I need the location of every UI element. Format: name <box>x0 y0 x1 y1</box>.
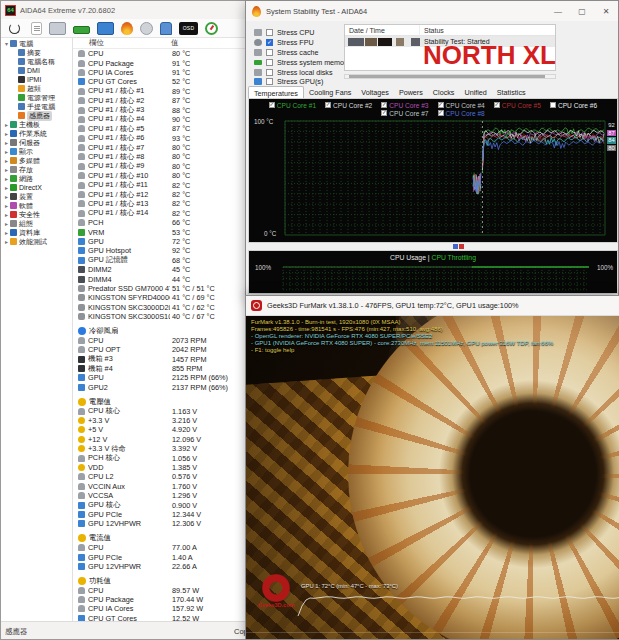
toolbar-button-icon[interactable] <box>205 22 218 35</box>
sensor-row-value: 82 °C <box>170 190 190 199</box>
col-datetime[interactable]: Date / Time <box>345 25 420 36</box>
toolbar-button-icon[interactable] <box>7 22 24 35</box>
stress-checkbox[interactable] <box>266 78 273 85</box>
tree-item[interactable]: 安全性 <box>1 210 72 219</box>
tree-item-icon <box>10 193 17 200</box>
tree-expand-icon[interactable] <box>3 193 10 200</box>
legend-checkbox[interactable] <box>438 110 444 116</box>
sst-tab[interactable]: Voltages <box>356 86 394 98</box>
sensor-row-label: GPU PCIe <box>88 510 170 519</box>
stress-checkbox[interactable] <box>266 29 273 36</box>
legend-checkbox[interactable] <box>494 102 500 108</box>
toolbar-button-icon[interactable] <box>179 22 198 35</box>
stress-checkbox[interactable] <box>266 49 273 56</box>
sst-tab[interactable]: Cooling Fans <box>304 86 356 98</box>
tree-item-icon <box>10 157 17 164</box>
tree-item[interactable]: DirectX <box>1 183 72 192</box>
sensor-row-icon <box>78 337 85 344</box>
sensor-row-icon <box>78 125 85 132</box>
tree-expand-icon[interactable] <box>3 166 10 173</box>
column-field[interactable]: 欄位 <box>73 38 171 48</box>
tree-item[interactable]: 網路 <box>1 174 72 183</box>
sensor-row-label: Predator SSD GM7000 4TB <box>88 284 170 293</box>
toolbar-button-icon[interactable] <box>121 22 133 35</box>
close-button[interactable]: ✕ <box>594 1 618 21</box>
legend-checkbox[interactable] <box>325 102 331 108</box>
tree-expand-icon[interactable] <box>3 148 10 155</box>
gpu-temp-label: GPU 1: 72°C (min: 47°C - max: 73°C) <box>301 583 398 589</box>
sensor-row-value: 68 °C <box>170 256 190 265</box>
sensor-row-value: 170.44 W <box>170 595 203 604</box>
status-table-scrollbar[interactable] <box>344 74 556 79</box>
tree-expand-icon[interactable] <box>3 211 10 218</box>
tree-item[interactable]: 效能測試 <box>1 237 72 246</box>
legend-item: CPU Core #2 <box>325 101 372 109</box>
sensor-row-icon <box>78 219 85 226</box>
legend-checkbox[interactable] <box>381 102 387 108</box>
tree-expand-icon[interactable] <box>3 175 10 182</box>
stress-checkbox[interactable] <box>266 59 273 66</box>
sensor-row-icon <box>78 266 85 273</box>
tree-item[interactable]: 多媒體 <box>1 156 72 165</box>
maximize-button[interactable]: ▢ <box>570 1 594 21</box>
sensor-row-value: 80 °C <box>170 49 190 58</box>
legend-checkbox[interactable] <box>550 102 556 108</box>
tree-expand-icon[interactable] <box>3 130 10 137</box>
value-badge: 84 <box>607 137 616 144</box>
legend-checkbox[interactable] <box>438 102 444 108</box>
sensor-row-label: CPU OPT <box>88 345 170 354</box>
tree-item-icon <box>18 112 25 119</box>
tree-expand-icon[interactable] <box>3 139 10 146</box>
sensor-row-icon <box>78 398 86 406</box>
legend-checkbox[interactable] <box>269 102 275 108</box>
stress-checkbox[interactable] <box>266 39 273 46</box>
tree-item[interactable]: 存放 <box>1 165 72 174</box>
tree-item-label: IPMI <box>27 76 41 83</box>
toolbar-button-icon[interactable] <box>97 22 114 35</box>
sst-tab[interactable]: Clocks <box>428 86 460 98</box>
stress-option: Stress cache <box>254 48 350 58</box>
sst-tab[interactable]: Temperatures <box>248 86 304 98</box>
legend-label: CPU Core #4 <box>446 102 485 109</box>
sensor-row-icon <box>78 200 85 207</box>
stress-checkbox[interactable] <box>266 69 273 76</box>
tree-item[interactable]: DMI <box>1 66 72 75</box>
tree-expand-icon[interactable] <box>3 202 10 209</box>
sensor-row-icon <box>78 511 85 518</box>
col-status[interactable]: Status <box>420 27 444 34</box>
tree-expand-icon[interactable] <box>3 229 10 236</box>
toolbar-button-icon[interactable] <box>140 22 153 35</box>
desktop: 64 AIDA64 Extreme v7.20.6802 電腦 摘要 <box>0 0 619 640</box>
sensor-row-icon <box>78 257 85 264</box>
tree-expand-icon[interactable] <box>3 220 10 227</box>
tree-item[interactable]: 手提電腦 <box>1 102 72 111</box>
toolbar-button-icon[interactable] <box>73 26 90 34</box>
tree-expand-icon[interactable] <box>3 121 10 128</box>
sensor-row-icon <box>78 365 85 372</box>
column-value[interactable]: 值 <box>171 38 179 48</box>
tree-item[interactable]: 伺服器 <box>1 138 72 147</box>
sst-tab[interactable]: Unified <box>459 86 491 98</box>
furmark-osd-text: FurMark v1.38.1.0 - Burn-in test, 1920x1… <box>251 319 553 354</box>
sensor-row-value: 157.92 W <box>170 604 203 613</box>
tree-item[interactable]: 電腦名稱 <box>1 57 72 66</box>
toolbar-button-icon[interactable] <box>31 22 42 35</box>
tree-item-icon <box>10 166 17 173</box>
sensor-row-label: CPU L2 <box>88 472 170 481</box>
toolbar-button-icon[interactable] <box>160 22 172 35</box>
stress-label: Stress system memory <box>277 58 350 67</box>
toolbar-button-icon[interactable] <box>49 22 66 35</box>
tree-expand-icon[interactable] <box>3 40 10 47</box>
tree-expand-icon[interactable] <box>3 238 10 245</box>
tree-item[interactable]: 裝置 <box>1 192 72 201</box>
sensor-row-value: 92 °C <box>170 246 190 255</box>
sensor-row-icon <box>78 182 85 189</box>
sensor-row-label: CPU GT Cores <box>88 77 170 86</box>
legend-checkbox[interactable] <box>381 110 387 116</box>
minimize-button[interactable]: — <box>546 1 570 21</box>
scrollbar-thumb[interactable] <box>349 75 545 78</box>
sst-tab[interactable]: Statistics <box>492 86 531 98</box>
tree-expand-icon[interactable] <box>3 157 10 164</box>
sst-tab[interactable]: Powers <box>394 86 428 98</box>
tree-expand-icon[interactable] <box>3 184 10 191</box>
